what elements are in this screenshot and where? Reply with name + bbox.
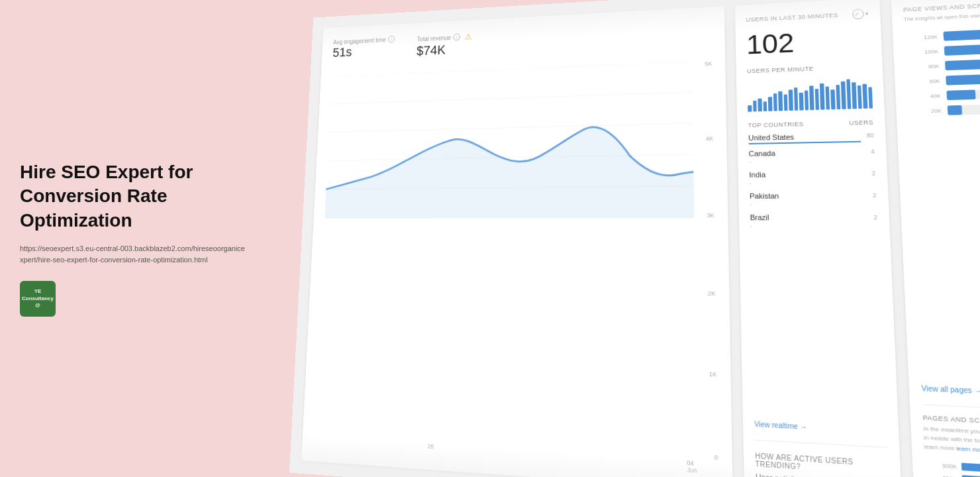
bar-16: [825, 87, 830, 110]
users-per-min-label: USERS PER MINUTE: [747, 63, 871, 74]
bar-2: [753, 100, 757, 111]
h-bar-row-1: 120K: [905, 27, 980, 43]
chart-panel: Avg engagement time i 51s Total revenue …: [301, 6, 733, 477]
line-chart-area: 5K 4K 3K 2K 1K 0: [313, 60, 718, 476]
users-in-last-label: USERS IN LAST 30 MINUTES: [746, 12, 838, 23]
bar-19: [841, 81, 846, 109]
logo-badge: YE Consultancy @: [20, 281, 56, 317]
bar-23: [862, 83, 867, 109]
alert-icon: ⚠: [465, 32, 473, 42]
bar-4: [763, 101, 767, 111]
bar-11: [799, 92, 804, 110]
bottom-bar-chart: 300K 250K 200K: [925, 460, 980, 477]
revenue-value: $74K: [416, 41, 472, 59]
country-row-pk: Pakistan 2 -: [750, 191, 877, 209]
bar-8: [783, 94, 787, 111]
logo-text: YE Consultancy: [20, 288, 56, 302]
small-h-label-1: 300K: [925, 461, 957, 470]
h-bar-row-4: 60K: [906, 72, 980, 87]
chart-y-labels: 5K 4K 3K 2K 1K 0: [695, 60, 718, 461]
h-bar-track-4: [946, 72, 980, 85]
small-h-label-2: 250K: [926, 473, 957, 477]
country-dash-br: -: [750, 221, 878, 230]
country-dash-ca: -: [749, 156, 875, 166]
bar-21: [852, 82, 857, 109]
bar-3: [758, 99, 761, 112]
line-chart-svg: [324, 62, 694, 219]
bar-13: [809, 85, 814, 110]
h-bar-label-6: 20K: [908, 107, 942, 115]
revenue-info-icon: i: [453, 33, 460, 40]
country-name-ca: Canada: [749, 149, 775, 158]
view-realtime-link[interactable]: View realtime →: [754, 420, 887, 435]
country-value-ca: 4: [871, 148, 875, 155]
country-name-pk: Pakistan: [750, 192, 779, 200]
bar-10: [793, 87, 798, 111]
h-bar-fill-2: [944, 43, 980, 56]
engagement-info-icon: i: [388, 36, 395, 43]
svg-line-1: [330, 92, 693, 104]
bar-12: [804, 91, 808, 111]
h-bar-track-1: [944, 27, 980, 41]
left-panel: Hire SEO Expert for Conversion Rate Opti…: [0, 0, 265, 477]
h-bar-row-3: 80K: [906, 57, 980, 72]
h-bar-fill-6: [948, 105, 962, 115]
h-bar-label-3: 80K: [906, 63, 940, 70]
svg-line-2: [329, 123, 693, 132]
right-analytics-panel: PAGE VIEWS AND SCREEN VIEWS The insights…: [891, 0, 980, 477]
page-title: Hire SEO Expert for Conversion Rate Opti…: [20, 160, 245, 233]
h-bar-row-6: 20K: [908, 103, 980, 116]
bar-24: [868, 87, 873, 109]
bar-5: [768, 97, 772, 111]
country-dash-pk: -: [750, 199, 877, 208]
description-link[interactable]: learn more: [956, 445, 980, 454]
country-name-us: United States: [748, 133, 794, 142]
revenue-metric: Total revenue i ⚠ $74K: [416, 32, 473, 59]
h-bar-label-5: 40K: [907, 93, 941, 100]
country-name-in: India: [749, 170, 765, 178]
h-bar-fill-4: [946, 74, 980, 85]
bar-20: [846, 79, 852, 109]
top-countries-label: TOP COUNTRIES: [748, 121, 804, 129]
h-bar-label-2: 100K: [905, 48, 939, 56]
users-col-label: USERS: [849, 119, 873, 127]
h-bar-fill-3: [945, 59, 980, 71]
view-all-link[interactable]: View all pages →: [921, 384, 980, 399]
users-per-min-chart: [747, 75, 873, 111]
svg-line-0: [332, 62, 693, 76]
small-h-row-2: 250K: [926, 473, 980, 477]
h-bar-label-1: 120K: [905, 34, 938, 41]
how-trending-label: HOW ARE ACTIVE USERS TRENDING?: [755, 440, 889, 477]
chart-panel-top: Avg engagement time i 51s Total revenue …: [332, 19, 712, 63]
users-panel: USERS IN LAST 30 MINUTES ✓ ▾ 102 USERS P…: [735, 0, 902, 477]
right-panel: Avg engagement time i 51s Total revenue …: [265, 0, 980, 477]
country-name-br: Brazil: [750, 213, 769, 221]
country-row-in: India 2 -: [749, 169, 876, 186]
small-h-bar-1: [961, 463, 980, 475]
h-bar-label-4: 60K: [906, 78, 940, 85]
country-value-us: 80: [867, 132, 874, 138]
horizontal-bars: 120K 100K 80K: [905, 27, 980, 382]
bar-9: [789, 89, 793, 111]
country-row-br: Brazil 2 -: [750, 213, 878, 230]
engagement-metric: Avg engagement time i 51s: [332, 36, 395, 63]
top-countries-header: TOP COUNTRIES USERS: [748, 119, 874, 129]
bar-1: [748, 105, 752, 112]
h-bar-fill-5: [946, 90, 975, 101]
h-bar-track-5: [946, 87, 980, 100]
users-panel-dropdown[interactable]: ✓ ▾: [852, 9, 869, 20]
users-count: 102: [746, 24, 871, 60]
bar-7: [778, 91, 783, 111]
country-row-ca: Canada 4 -: [749, 148, 875, 166]
dashboard-wrapper: Avg engagement time i 51s Total revenue …: [289, 0, 980, 477]
right-panel-section2: PAGES AND SCREENS In the meantime you ca…: [922, 404, 980, 477]
h-bar-track-3: [945, 57, 980, 70]
h-bar-track-6: [948, 103, 980, 115]
bar-17: [830, 89, 835, 109]
bar-15: [820, 83, 824, 110]
page-url: https://seoexpert.s3.eu-central-003.back…: [20, 243, 245, 265]
dashboard-bg: Avg engagement time i 51s Total revenue …: [289, 0, 980, 477]
engagement-value: 51s: [332, 42, 395, 60]
users-panel-header: USERS IN LAST 30 MINUTES ✓ ▾: [746, 9, 869, 25]
bar-6: [773, 93, 777, 111]
